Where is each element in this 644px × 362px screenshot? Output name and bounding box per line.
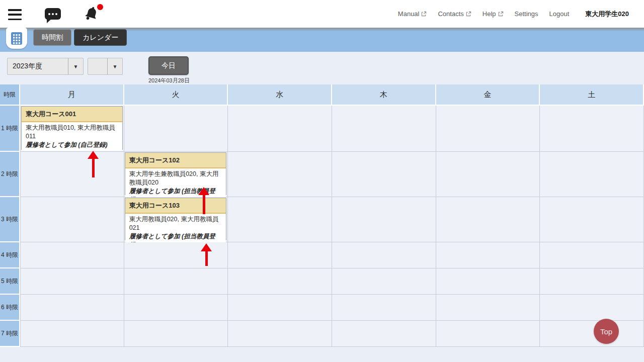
timetable-cell [436, 321, 540, 347]
period-label-1: 1 時限 [0, 106, 20, 152]
calendar-grid-icon [11, 32, 23, 45]
course-role: 履修者として参加 (自己登録) [26, 141, 108, 148]
timetable-cell [228, 268, 332, 295]
timetable-cell [228, 152, 332, 197]
course-members: 東大用学生兼教職員020, 東大用教職員020 [129, 170, 219, 186]
current-user-name: 東大用学生020 [585, 10, 629, 19]
course-card[interactable]: 東大用コース001 東大用教職員010, 東大用教職員011 履修者として参加 … [21, 106, 123, 150]
chevron-down-icon: ▼ [68, 58, 83, 74]
menu-icon[interactable] [8, 9, 22, 20]
timetable-cell [332, 295, 436, 321]
nav-link-label: Contacts [438, 10, 463, 18]
tab-timetable[interactable]: 時間割 [33, 29, 71, 46]
notifications-button[interactable] [84, 6, 102, 23]
timetable-cell [228, 242, 332, 268]
timetable-cell: 東大用コース001 東大用教職員010, 東大用教職員011 履修者として参加 … [20, 106, 124, 152]
timetable-cell [124, 295, 228, 321]
timetable-cell [228, 197, 332, 242]
year-select-value: 2023年度 [8, 62, 68, 71]
timetable-cell [124, 268, 228, 295]
weekly-timetable: 時限 月 火 水 木 金 土 1 時限 東大用コース001 東大用教職員010,… [0, 84, 644, 347]
timetable-cell [228, 295, 332, 321]
timetable-cell [228, 106, 332, 152]
timetable-cell [540, 295, 644, 321]
timetable-cell [436, 106, 540, 152]
period-label-2: 2 時限 [0, 152, 20, 197]
timetable-cell [540, 268, 644, 295]
period-label-5: 5 時限 [0, 268, 20, 295]
day-header-sat: 土 [540, 84, 644, 106]
course-members: 東大用教職員010, 東大用教職員011 [26, 124, 115, 140]
timetable-cell [332, 197, 436, 242]
nav-link-logout[interactable]: Logout [549, 10, 570, 18]
timetable-cell [540, 321, 644, 347]
day-header-mon: 月 [20, 84, 124, 106]
timetable-cell: 東大用コース103 東大用教職員020, 東大用教職員021 履修者として参加 … [124, 197, 228, 242]
timetable-cell [228, 321, 332, 347]
period-label-3: 3 時限 [0, 197, 20, 242]
timetable-cell [332, 321, 436, 347]
course-details: 東大用教職員010, 東大用教職員011 履修者として参加 (自己登録) [22, 122, 122, 151]
timetable-cell [540, 242, 644, 268]
external-link-icon [421, 11, 427, 17]
timetable-cell [332, 268, 436, 295]
course-card[interactable]: 東大用コース103 東大用教職員020, 東大用教職員021 履修者として参加 … [125, 198, 227, 240]
timetable-cell [20, 242, 124, 268]
chat-icon [45, 8, 61, 20]
nav-link-label: Manual [398, 10, 420, 18]
calendar-controls: 2023年度 ▼ ▼ 今日 2024年03月28日 [0, 52, 644, 84]
term-select[interactable]: ▼ [88, 58, 123, 75]
timetable-cell [436, 152, 540, 197]
timetable-cell [124, 242, 228, 268]
timetable-cell [20, 152, 124, 197]
nav-link-label: Help [482, 10, 496, 18]
day-header-tue: 火 [124, 84, 228, 106]
period-label-7: 7 時限 [0, 321, 20, 347]
timetable-cell [540, 197, 644, 242]
timetable-cell [124, 321, 228, 347]
current-date-label: 2024年03月28日 [148, 77, 189, 84]
timetable-cell [20, 295, 124, 321]
timetable-cell [436, 242, 540, 268]
chevron-down-icon: ▼ [107, 58, 122, 74]
timetable-cell [332, 242, 436, 268]
timetable-cell [124, 106, 228, 152]
year-select[interactable]: 2023年度 ▼ [7, 58, 84, 75]
timetable-cell [436, 268, 540, 295]
messages-button[interactable] [45, 8, 61, 20]
timetable-cell [332, 152, 436, 197]
day-header-thu: 木 [332, 84, 436, 106]
day-header-fri: 金 [436, 84, 540, 106]
timetable-cell [436, 197, 540, 242]
external-link-icon [498, 11, 504, 17]
top-bar: Manual Contacts Help Settings Logout 東大用… [0, 0, 644, 28]
course-card[interactable]: 東大用コース102 東大用学生兼教職員020, 東大用教職員020 履修者として… [125, 152, 227, 195]
period-label-4: 4 時限 [0, 242, 20, 268]
scroll-to-top-button[interactable]: Top [594, 319, 619, 344]
nav-link-settings[interactable]: Settings [515, 10, 538, 18]
nav-link-contacts[interactable]: Contacts [438, 10, 471, 18]
course-title: 東大用コース001 [22, 107, 122, 122]
period-column-header: 時限 [0, 84, 20, 106]
course-title: 東大用コース102 [125, 153, 226, 168]
timetable-cell: 東大用コース102 東大用学生兼教職員020, 東大用教職員020 履修者として… [124, 152, 228, 197]
external-link-icon [466, 11, 471, 17]
timetable-cell [332, 106, 436, 152]
timetable-cell [436, 295, 540, 321]
nav-link-manual[interactable]: Manual [398, 10, 427, 18]
day-header-wed: 水 [228, 84, 332, 106]
timetable-cell [20, 197, 124, 242]
timetable-cell [540, 106, 644, 152]
timetable-cell [20, 321, 124, 347]
tab-calendar[interactable]: カレンダー [74, 29, 127, 46]
course-title: 東大用コース103 [125, 198, 226, 214]
today-button[interactable]: 今日 [148, 56, 189, 75]
timetable-app-button[interactable] [6, 28, 27, 49]
nav-link-help[interactable]: Help [482, 10, 504, 18]
tab-bar: 時間割 カレンダー [0, 28, 644, 52]
course-members: 東大用教職員020, 東大用教職員021 [129, 216, 219, 231]
timetable-cell [20, 268, 124, 295]
period-label-6: 6 時限 [0, 295, 20, 321]
timetable-cell [540, 152, 644, 197]
notification-badge-dot [97, 4, 103, 10]
